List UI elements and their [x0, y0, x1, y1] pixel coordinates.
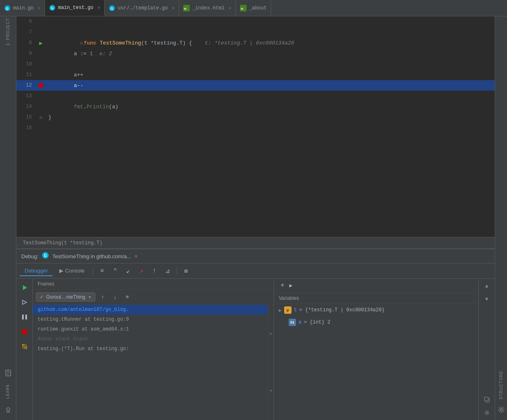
debug-session-label: TestSomeThing in github.com/a... [52, 253, 131, 259]
frame-item-2[interactable]: runtime.goexit at asm_amd64.s:1 [33, 324, 268, 334]
close-tab-btn[interactable]: ✕ [229, 5, 231, 11]
tab-main-go[interactable]: G main.go ✕ [0, 0, 45, 16]
step-into-btn[interactable]: ↙ [123, 265, 134, 277]
goroutine-arrow-icon: ▼ [87, 295, 92, 299]
project-sidebar-label: 1: Project [6, 18, 10, 46]
code-line-12: 12 a-- [16, 80, 495, 91]
svg-point-26 [486, 412, 488, 414]
tab-about[interactable]: H _about [236, 0, 271, 16]
console-icon: ▶ [59, 268, 63, 274]
fold-icon-15: ⊟ [40, 115, 43, 120]
tab-console[interactable]: ▶Console [54, 266, 90, 276]
debug-toolbar: Debugger ▶Console ≡ ⌃ ↙ ↗ ↑ ⊿ ⊞ [16, 264, 495, 279]
var-badge-int: 01 [289, 319, 296, 326]
tab-main-test-go[interactable]: G main_test.go ✕ [45, 0, 105, 16]
learn-sidebar-label: Learn [6, 381, 10, 402]
run-cursor-btn[interactable]: ↑ [149, 265, 160, 277]
code-line-10: 10 [16, 59, 495, 69]
svg-line-22 [22, 344, 27, 349]
svg-marker-17 [23, 285, 27, 290]
expand-t-arrow[interactable]: ▶ [279, 308, 282, 313]
tab-label: main.go [13, 5, 34, 11]
tab-label: _index.html [192, 5, 224, 11]
tab-bar: G main.go ✕ G main_test.go ✕ G usr/…/tem… [0, 0, 507, 16]
debug-close-btn[interactable]: ✕ [135, 253, 138, 259]
variables-panel: + ▶ Variables ▶ p t = {*testing.T | 0xc0… [274, 279, 478, 420]
var-name-a: a [298, 319, 301, 325]
step-over-btn[interactable]: ⌃ [110, 265, 121, 277]
debug-title-bar: Debug: G TestSomeThing in github.com/a..… [16, 249, 495, 264]
tab-label: main_test.go [58, 5, 93, 11]
run-arrow-icon: ▶ [39, 40, 43, 47]
svg-text:H: H [184, 7, 186, 11]
code-line-6: 6 [16, 16, 495, 27]
frame-down-btn[interactable]: ↓ [110, 292, 120, 302]
frame-up-btn[interactable]: ↑ [98, 292, 108, 302]
svg-rect-25 [485, 397, 488, 401]
sidebar-learn-icon[interactable] [3, 405, 13, 415]
show-execution-btn[interactable]: ≡ [96, 265, 108, 277]
go-icon-tab3: G [109, 5, 115, 11]
goroutine-label: Gorout…meThing [46, 294, 85, 300]
go-icon-tab1: G [4, 5, 11, 11]
code-view[interactable]: 6 7 8 ▶ ⊟func TestSomeThing(t *testing.T… [16, 16, 495, 237]
step-over-side-btn[interactable] [19, 297, 30, 308]
right-debug-sidebar: ▲ ▼ [478, 279, 495, 420]
tab-debugger[interactable]: Debugger [20, 266, 53, 276]
debug-body: Frames ✓ Gorout…meThing ▼ ↑ ↓ ≡ gith [16, 279, 495, 420]
code-line-16: 16 [16, 123, 495, 133]
settings-bottom-btn[interactable] [498, 406, 505, 415]
svg-text:G: G [110, 7, 113, 11]
stop-btn[interactable] [19, 326, 30, 337]
expand-all-icon[interactable]: ▶ [289, 282, 293, 289]
tab-template-go[interactable]: G usr/…/template.go ✕ [105, 0, 179, 16]
main-area: 1: Project Learn 6 7 [0, 16, 507, 420]
scroll-up-btn[interactable]: ▲ [268, 305, 274, 362]
evaluate-btn[interactable]: ⊿ [162, 265, 173, 277]
var-badge-p: p [284, 306, 292, 314]
tab-label: _about [249, 5, 267, 11]
right-scroll-up-btn[interactable]: ▲ [481, 280, 493, 292]
editor-area: 6 7 8 ▶ ⊟func TestSomeThing(t *testing.T… [16, 16, 495, 420]
breakpoint-icon[interactable] [38, 83, 43, 88]
sidebar-files-icon[interactable] [3, 368, 13, 378]
frame-item-async-0[interactable]: testing.(*T).Run at testing.go: [33, 344, 268, 354]
step-out-btn[interactable]: ↗ [136, 265, 147, 277]
go-icon-tab2: G [49, 4, 56, 11]
code-line-13: 13 [16, 91, 495, 101]
copy-btn[interactable] [481, 394, 493, 405]
svg-rect-21 [22, 329, 27, 334]
scroll-down-btn[interactable]: ▼ [268, 362, 274, 420]
html-icon-tab4: H [183, 5, 190, 11]
goroutine-check-icon: ✓ [40, 294, 44, 300]
frame-item-1[interactable]: testing.tRunner at testing.go:9 [33, 315, 268, 324]
frame-item-0[interactable]: github.com/antelman107/go_blog. [33, 305, 268, 315]
right-scroll-down-btn[interactable]: ▼ [481, 293, 493, 305]
goroutine-select[interactable]: ✓ Gorout…meThing ▼ [36, 293, 95, 302]
fold-icon-8: ⊟ [80, 41, 83, 46]
toolbar-divider [93, 267, 93, 275]
settings-side-btn[interactable] [481, 407, 493, 418]
right-sidebar: Structure [495, 16, 507, 420]
svg-text:H: H [241, 7, 243, 11]
variables-header: Variables [274, 293, 478, 304]
html-icon-tab5: H [240, 5, 247, 11]
left-sidebar: 1: Project Learn [0, 16, 16, 420]
code-line-11: 11 a++ [16, 69, 495, 80]
close-tab-btn[interactable]: ✕ [97, 5, 100, 10]
svg-text:G: G [44, 253, 47, 258]
add-watch-btn[interactable]: + [277, 280, 288, 291]
mute-btn[interactable] [19, 341, 30, 352]
debug-label: Debug: [21, 253, 38, 259]
pause-btn[interactable] [19, 311, 30, 323]
tab-index-html[interactable]: H _index.html ✕ [179, 0, 236, 16]
close-tab-btn[interactable]: ✕ [38, 5, 40, 11]
variables-toolbar: + ▶ [274, 279, 478, 293]
frame-list-btn[interactable]: ≡ [122, 292, 132, 302]
scroll-indicator: ▲ ▼ [268, 305, 274, 420]
svg-rect-20 [25, 315, 27, 319]
close-tab-btn[interactable]: ✕ [172, 5, 175, 11]
toolbar-divider2 [177, 267, 177, 275]
resume-btn[interactable] [19, 282, 30, 293]
variables-view-btn[interactable]: ⊞ [180, 265, 192, 277]
